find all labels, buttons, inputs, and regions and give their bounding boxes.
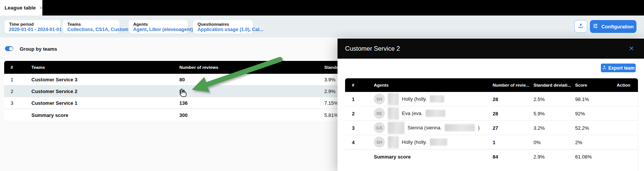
summary-label: Summary score xyxy=(31,112,68,118)
summary-reviews: 84 xyxy=(493,154,498,160)
filter-chip-agents[interactable]: Agents Agent, Libor (eleveoagent), ... xyxy=(129,20,188,34)
filter-label: Agents xyxy=(133,22,183,27)
summary-row: Summary score 84 2.9% 61.08% xyxy=(345,149,638,164)
filter-label: Questionnaires xyxy=(198,22,248,27)
summary-score: 61.08% xyxy=(575,154,592,160)
stddev-cell: 2.9% xyxy=(324,89,336,94)
column-header-reviews: Number of reviews xyxy=(179,65,218,70)
agent-name: Holly (holly. xyxy=(402,139,427,145)
agents-table-header: # Agents Number of revie... Standard dev… xyxy=(345,78,638,92)
rank-cell: 2 xyxy=(352,110,355,116)
avatar: GS xyxy=(374,122,385,133)
sliders-icon xyxy=(593,23,598,30)
column-header-agents: Agents xyxy=(374,83,389,87)
redacted-text xyxy=(430,138,447,146)
redacted-text xyxy=(430,95,444,103)
column-header-score: Score xyxy=(575,83,587,87)
team-cell: Customer Service 1 xyxy=(31,100,77,106)
tab-label: League table xyxy=(5,5,36,11)
stddev-cell: 3.2% xyxy=(534,125,545,131)
configuration-button[interactable]: Configuration xyxy=(590,20,636,33)
stddev-cell: 0% xyxy=(534,139,541,145)
score-cell: 52.2% xyxy=(575,125,589,131)
agent-cell: GS Sienna (sienna. ) xyxy=(374,121,480,135)
filter-value: Agent, Libor (eleveoagent), ... xyxy=(133,27,183,33)
tab-bar: League table ✕ xyxy=(0,0,644,16)
avatar: SH xyxy=(374,93,385,104)
filter-chip-time-period[interactable]: Time period 2020-01-01 - 2024-01-01 xyxy=(5,20,61,34)
redacted-text xyxy=(388,122,404,134)
agent-row[interactable]: 2 RE Eva (eva. 28 5.9% 92% xyxy=(345,106,638,120)
column-header-reviews: Number of revie... xyxy=(493,83,529,87)
agent-row[interactable]: 1 SH Holly (holly. 28 2.5% 98.1% xyxy=(345,92,638,106)
reviews-cell: 28 xyxy=(493,110,498,116)
configuration-button-label: Configuration xyxy=(601,24,633,30)
redacted-text xyxy=(388,136,399,148)
filter-value: Collections, CS1A, Custom... xyxy=(67,27,115,33)
rank-cell: 4 xyxy=(352,139,355,145)
team-cell: Customer Service 2 xyxy=(31,89,77,94)
rank-cell: 2 xyxy=(11,89,13,94)
group-by-teams-toggle[interactable] xyxy=(5,46,13,51)
close-icon[interactable]: ✕ xyxy=(629,45,634,52)
summary-reviews: 300 xyxy=(179,112,188,118)
agent-name: Holly (holly. xyxy=(402,96,427,102)
summary-stddev: 2.9% xyxy=(534,154,545,160)
upload-icon xyxy=(602,65,607,71)
app-window: League table ✕ Time period 2020-01-01 - … xyxy=(0,0,644,171)
stddev-cell: 3.9% xyxy=(324,77,336,82)
rank-cell: 3 xyxy=(352,125,355,131)
team-cell: Customer Service 3 xyxy=(31,77,77,82)
agent-cell: SH Holly (holly. xyxy=(374,135,447,149)
column-header-stddev: Standard deviati... xyxy=(534,83,571,87)
filter-chip-teams[interactable]: Teams Collections, CS1A, Custom... xyxy=(63,20,120,34)
agent-name-suffix: ) xyxy=(478,125,479,131)
export-team-button[interactable]: Export team xyxy=(601,64,636,72)
reviews-cell: 80 xyxy=(179,77,185,82)
avatar: RE xyxy=(374,108,385,119)
reviews-cell: 27 xyxy=(493,125,498,131)
export-team-button-label: Export team xyxy=(608,65,635,71)
filter-bar: Time period 2020-01-01 - 2024-01-01 Team… xyxy=(0,16,644,37)
agent-name: Eva (eva. xyxy=(402,110,423,116)
agent-row[interactable]: 3 GS Sienna (sienna. ) 27 3.2% 52.2% xyxy=(345,120,638,135)
filter-label: Time period xyxy=(9,22,56,27)
score-cell: 2% xyxy=(575,139,582,145)
team-detail-panel: Customer Service 2 ✕ Export team # Agent… xyxy=(338,39,644,171)
filter-value: Application usage (1.0), Cal... xyxy=(198,27,248,33)
reviews-cell: 1 xyxy=(493,139,495,145)
filter-label: Teams xyxy=(67,22,115,27)
stddev-cell: 5.9% xyxy=(534,110,545,116)
tab-close-icon[interactable]: ✕ xyxy=(39,6,43,10)
filter-chip-questionnaires[interactable]: Questionnaires Application usage (1.0), … xyxy=(193,20,253,34)
rank-cell: 1 xyxy=(11,77,13,82)
agent-cell: RE Eva (eva. xyxy=(374,106,445,120)
agent-name: Sienna (sienna. xyxy=(408,125,442,131)
score-cell: 92% xyxy=(575,110,585,116)
reviews-cell: 136 xyxy=(179,100,188,106)
agent-cell: SH Holly (holly. xyxy=(374,92,444,106)
score-cell: 98.1% xyxy=(575,96,589,102)
column-header-rank: # xyxy=(11,65,13,70)
rank-cell: 3 xyxy=(11,100,13,106)
avatar: SH xyxy=(374,137,385,148)
group-by-teams-label: Group by teams xyxy=(20,46,57,52)
filter-value: 2020-01-01 - 2024-01-01 xyxy=(9,27,56,33)
panel-title: Customer Service 2 xyxy=(345,45,629,52)
column-header-teams: Teams xyxy=(31,65,45,70)
export-button[interactable] xyxy=(574,20,587,33)
summary-label: Summary score xyxy=(374,154,411,160)
agent-row[interactable]: 4 SH Holly (holly. 1 0% 2% xyxy=(345,135,638,149)
agents-table: # Agents Number of revie... Standard dev… xyxy=(345,78,638,164)
panel-scroll-gutter xyxy=(638,59,638,171)
upload-icon xyxy=(578,23,584,30)
panel-header: Customer Service 2 ✕ xyxy=(338,39,644,59)
stddev-cell: 7.15% xyxy=(324,100,338,106)
redacted-text xyxy=(445,124,475,131)
tab-league-table[interactable]: League table ✕ xyxy=(0,0,42,16)
reviews-cell: 84 xyxy=(179,89,185,94)
column-header-rank: # xyxy=(352,83,354,87)
redacted-text xyxy=(388,107,399,120)
redacted-text xyxy=(388,93,399,105)
reviews-cell: 28 xyxy=(493,96,498,102)
